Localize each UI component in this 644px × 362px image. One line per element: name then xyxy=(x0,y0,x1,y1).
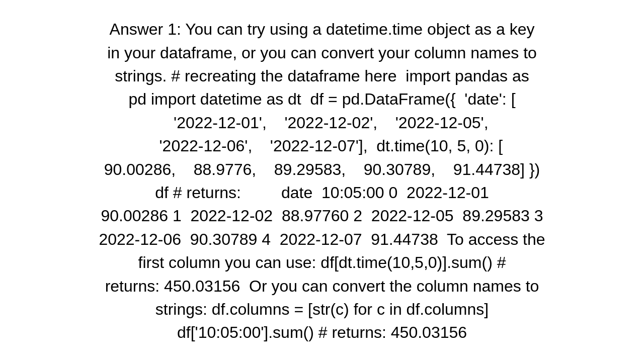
answer-text: Answer 1: You can try using a datetime.t… xyxy=(20,18,624,344)
content-area: Answer 1: You can try using a datetime.t… xyxy=(0,0,644,362)
